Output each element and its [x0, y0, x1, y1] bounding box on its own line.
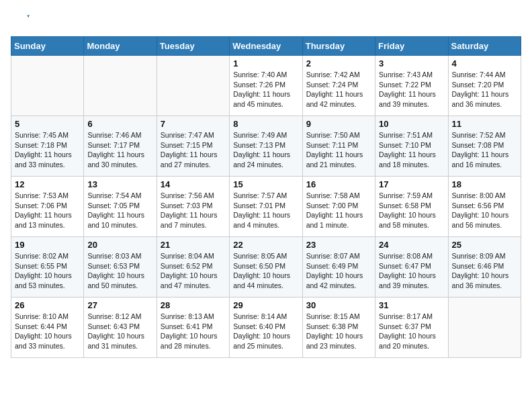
week-row-3: 12Sunrise: 7:53 AM Sunset: 7:06 PM Dayli… [11, 177, 521, 237]
day-number: 29 [233, 300, 298, 310]
day-cell: 31Sunrise: 8:17 AM Sunset: 6:37 PM Dayli… [375, 298, 448, 358]
day-cell: 27Sunrise: 8:12 AM Sunset: 6:43 PM Dayli… [84, 298, 157, 358]
day-info: Sunrise: 8:09 AM Sunset: 6:46 PM Dayligh… [452, 251, 517, 291]
day-info: Sunrise: 8:12 AM Sunset: 6:43 PM Dayligh… [87, 312, 152, 351]
day-number: 5 [15, 119, 80, 129]
day-number: 9 [306, 119, 371, 129]
day-info: Sunrise: 8:04 AM Sunset: 6:52 PM Dayligh… [161, 251, 226, 291]
day-info: Sunrise: 8:02 AM Sunset: 6:55 PM Dayligh… [15, 251, 80, 291]
calendar-table: SundayMondayTuesdayWednesdayThursdayFrid… [11, 36, 521, 358]
col-header-wednesday: Wednesday [230, 37, 302, 56]
day-cell: 6Sunrise: 7:46 AM Sunset: 7:17 PM Daylig… [84, 116, 157, 177]
day-info: Sunrise: 7:46 AM Sunset: 7:17 PM Dayligh… [87, 130, 152, 170]
day-number: 30 [306, 300, 371, 310]
day-info: Sunrise: 7:47 AM Sunset: 7:15 PM Dayligh… [161, 130, 226, 170]
day-cell [11, 56, 84, 116]
day-cell: 21Sunrise: 8:04 AM Sunset: 6:52 PM Dayli… [157, 237, 229, 298]
day-info: Sunrise: 7:43 AM Sunset: 7:22 PM Dayligh… [379, 70, 444, 109]
logo [11, 11, 32, 30]
day-info: Sunrise: 8:08 AM Sunset: 6:47 PM Dayligh… [379, 251, 444, 291]
day-cell: 4Sunrise: 7:44 AM Sunset: 7:20 PM Daylig… [448, 56, 521, 116]
day-info: Sunrise: 7:51 AM Sunset: 7:10 PM Dayligh… [379, 130, 444, 170]
day-cell: 2Sunrise: 7:42 AM Sunset: 7:24 PM Daylig… [302, 56, 375, 116]
calendar-header-row: SundayMondayTuesdayWednesdayThursdayFrid… [11, 37, 521, 56]
day-cell: 5Sunrise: 7:45 AM Sunset: 7:18 PM Daylig… [11, 116, 84, 177]
day-info: Sunrise: 7:50 AM Sunset: 7:11 PM Dayligh… [306, 130, 371, 170]
day-cell: 13Sunrise: 7:54 AM Sunset: 7:05 PM Dayli… [84, 177, 157, 237]
day-number: 25 [452, 240, 517, 250]
day-info: Sunrise: 7:49 AM Sunset: 7:13 PM Dayligh… [233, 130, 298, 170]
day-info: Sunrise: 8:05 AM Sunset: 6:50 PM Dayligh… [233, 251, 298, 291]
day-cell: 17Sunrise: 7:59 AM Sunset: 6:58 PM Dayli… [375, 177, 448, 237]
col-header-tuesday: Tuesday [157, 37, 229, 56]
day-info: Sunrise: 8:03 AM Sunset: 6:53 PM Dayligh… [87, 251, 152, 291]
day-number: 27 [87, 300, 152, 310]
day-cell: 26Sunrise: 8:10 AM Sunset: 6:44 PM Dayli… [11, 298, 84, 358]
day-info: Sunrise: 7:52 AM Sunset: 7:08 PM Dayligh… [452, 130, 517, 170]
day-info: Sunrise: 8:10 AM Sunset: 6:44 PM Dayligh… [15, 312, 80, 351]
col-header-sunday: Sunday [11, 37, 84, 56]
day-number: 24 [379, 240, 444, 250]
day-cell: 7Sunrise: 7:47 AM Sunset: 7:15 PM Daylig… [157, 116, 229, 177]
day-number: 19 [15, 240, 80, 250]
col-header-saturday: Saturday [448, 37, 521, 56]
day-number: 12 [15, 179, 80, 189]
day-info: Sunrise: 7:56 AM Sunset: 7:03 PM Dayligh… [161, 191, 226, 230]
day-cell: 8Sunrise: 7:49 AM Sunset: 7:13 PM Daylig… [230, 116, 302, 177]
day-number: 23 [306, 240, 371, 250]
day-number: 2 [306, 58, 371, 68]
day-cell: 19Sunrise: 8:02 AM Sunset: 6:55 PM Dayli… [11, 237, 84, 298]
day-cell: 28Sunrise: 8:13 AM Sunset: 6:41 PM Dayli… [157, 298, 229, 358]
day-info: Sunrise: 7:57 AM Sunset: 7:01 PM Dayligh… [233, 191, 298, 230]
day-cell: 20Sunrise: 8:03 AM Sunset: 6:53 PM Dayli… [84, 237, 157, 298]
day-number: 4 [452, 58, 517, 68]
day-info: Sunrise: 7:54 AM Sunset: 7:05 PM Dayligh… [87, 191, 152, 230]
day-info: Sunrise: 8:15 AM Sunset: 6:38 PM Dayligh… [306, 312, 371, 351]
day-number: 13 [87, 179, 152, 189]
day-cell: 16Sunrise: 7:58 AM Sunset: 7:00 PM Dayli… [302, 177, 375, 237]
day-number: 18 [452, 179, 517, 189]
day-number: 7 [161, 119, 226, 129]
day-cell: 18Sunrise: 8:00 AM Sunset: 6:56 PM Dayli… [448, 177, 521, 237]
week-row-1: 1Sunrise: 7:40 AM Sunset: 7:26 PM Daylig… [11, 56, 521, 116]
day-cell: 23Sunrise: 8:07 AM Sunset: 6:49 PM Dayli… [302, 237, 375, 298]
day-number: 6 [87, 119, 152, 129]
day-cell: 9Sunrise: 7:50 AM Sunset: 7:11 PM Daylig… [302, 116, 375, 177]
day-number: 11 [452, 119, 517, 129]
week-row-2: 5Sunrise: 7:45 AM Sunset: 7:18 PM Daylig… [11, 116, 521, 177]
day-number: 16 [306, 179, 371, 189]
day-number: 22 [233, 240, 298, 250]
day-info: Sunrise: 8:17 AM Sunset: 6:37 PM Dayligh… [379, 312, 444, 351]
day-info: Sunrise: 7:45 AM Sunset: 7:18 PM Dayligh… [15, 130, 80, 170]
day-info: Sunrise: 7:44 AM Sunset: 7:20 PM Dayligh… [452, 70, 517, 109]
day-info: Sunrise: 8:07 AM Sunset: 6:49 PM Dayligh… [306, 251, 371, 291]
day-info: Sunrise: 7:42 AM Sunset: 7:24 PM Dayligh… [306, 70, 371, 109]
day-cell: 11Sunrise: 7:52 AM Sunset: 7:08 PM Dayli… [448, 116, 521, 177]
day-number: 1 [233, 58, 298, 68]
day-number: 8 [233, 119, 298, 129]
col-header-thursday: Thursday [302, 37, 375, 56]
day-number: 20 [87, 240, 152, 250]
day-cell [448, 298, 521, 358]
day-number: 14 [161, 179, 226, 189]
day-info: Sunrise: 7:58 AM Sunset: 7:00 PM Dayligh… [306, 191, 371, 230]
logo-icon [11, 11, 30, 30]
day-cell: 12Sunrise: 7:53 AM Sunset: 7:06 PM Dayli… [11, 177, 84, 237]
day-cell: 1Sunrise: 7:40 AM Sunset: 7:26 PM Daylig… [230, 56, 302, 116]
day-cell: 24Sunrise: 8:08 AM Sunset: 6:47 PM Dayli… [375, 237, 448, 298]
day-info: Sunrise: 8:14 AM Sunset: 6:40 PM Dayligh… [233, 312, 298, 351]
day-cell: 25Sunrise: 8:09 AM Sunset: 6:46 PM Dayli… [448, 237, 521, 298]
day-number: 21 [161, 240, 226, 250]
week-row-4: 19Sunrise: 8:02 AM Sunset: 6:55 PM Dayli… [11, 237, 521, 298]
col-header-friday: Friday [375, 37, 448, 56]
day-info: Sunrise: 7:59 AM Sunset: 6:58 PM Dayligh… [379, 191, 444, 230]
day-cell: 30Sunrise: 8:15 AM Sunset: 6:38 PM Dayli… [302, 298, 375, 358]
day-cell [157, 56, 229, 116]
day-cell: 14Sunrise: 7:56 AM Sunset: 7:03 PM Dayli… [157, 177, 229, 237]
day-info: Sunrise: 8:13 AM Sunset: 6:41 PM Dayligh… [161, 312, 226, 351]
day-info: Sunrise: 7:40 AM Sunset: 7:26 PM Dayligh… [233, 70, 298, 109]
day-cell: 3Sunrise: 7:43 AM Sunset: 7:22 PM Daylig… [375, 56, 448, 116]
page-header [11, 11, 521, 30]
day-number: 17 [379, 179, 444, 189]
day-number: 10 [379, 119, 444, 129]
